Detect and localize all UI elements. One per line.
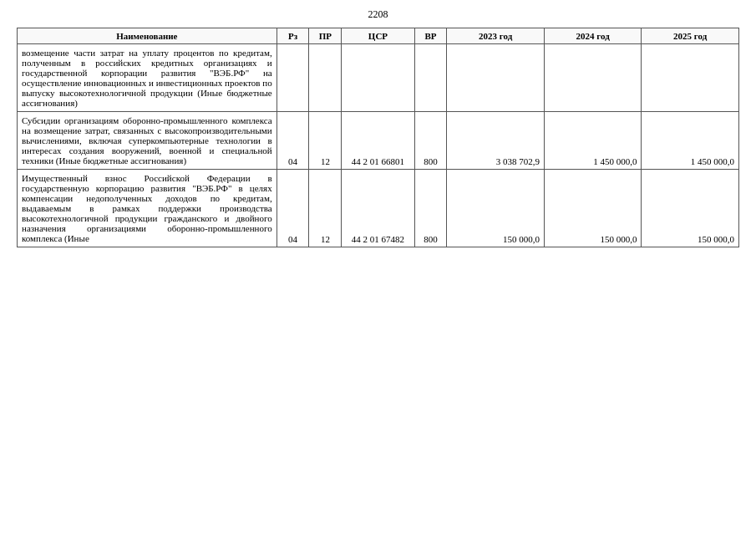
row-1-pr: 12 (309, 112, 342, 170)
row-2-csr: 44 2 01 67482 (342, 170, 414, 247)
row-1-vr: 800 (414, 112, 447, 170)
row-2-name: Имущественный взнос Российской Федерации… (18, 170, 277, 247)
header-2023: 2023 год (447, 28, 544, 44)
row-0-2023 (447, 44, 544, 112)
row-0-2024 (544, 44, 641, 112)
row-0-name: возмещение части затрат на уплату процен… (18, 44, 277, 112)
header-pr: ПР (309, 28, 342, 44)
page: 2208 Наименование Рз ПР ЦСР ВР 2023 год … (0, 0, 756, 535)
header-name: Наименование (18, 28, 277, 44)
row-2-vr: 800 (414, 170, 447, 247)
header-vr: ВР (414, 28, 447, 44)
row-0-rz (277, 44, 309, 112)
header-2024: 2024 год (544, 28, 641, 44)
budget-table: Наименование Рз ПР ЦСР ВР 2023 год 2024 … (17, 28, 739, 247)
row-0-pr (309, 44, 342, 112)
table-row: Имущественный взнос Российской Федерации… (18, 170, 739, 247)
row-1-2025: 1 450 000,0 (642, 112, 739, 170)
header-rz: Рз (277, 28, 309, 44)
row-1-2023: 3 038 702,9 (447, 112, 544, 170)
row-0-csr (342, 44, 414, 112)
row-2-pr: 12 (309, 170, 342, 247)
row-1-csr: 44 2 01 66801 (342, 112, 414, 170)
row-2-2025: 150 000,0 (642, 170, 739, 247)
row-1-2024: 1 450 000,0 (544, 112, 641, 170)
header-csr: ЦСР (342, 28, 414, 44)
row-2-rz: 04 (277, 170, 309, 247)
header-2025: 2025 год (642, 28, 739, 44)
row-2-2023: 150 000,0 (447, 170, 544, 247)
row-2-2024: 150 000,0 (544, 170, 641, 247)
row-1-name: Субсидии организациям оборонно-промышлен… (18, 112, 277, 170)
table-row: возмещение части затрат на уплату процен… (18, 44, 739, 112)
table-row: Субсидии организациям оборонно-промышлен… (18, 112, 739, 170)
row-0-vr (414, 44, 447, 112)
page-number: 2208 (17, 8, 739, 21)
row-1-rz: 04 (277, 112, 309, 170)
row-0-2025 (642, 44, 739, 112)
